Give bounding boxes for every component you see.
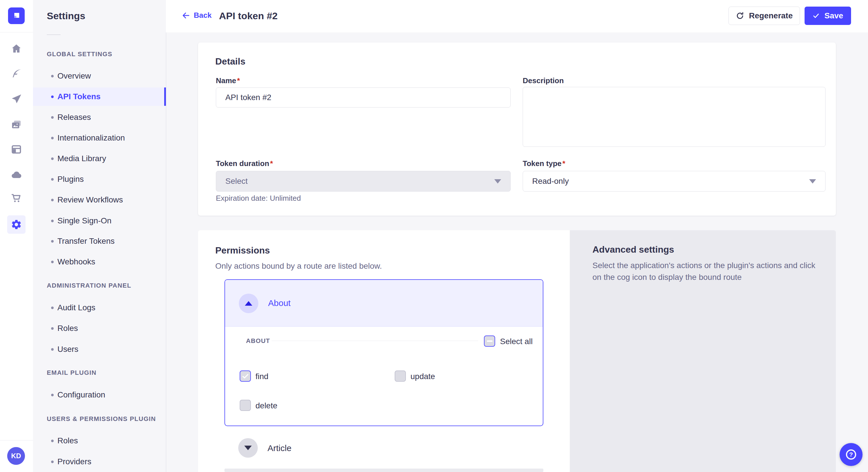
- user-avatar[interactable]: KD: [7, 447, 25, 465]
- required-asterisk: *: [562, 159, 565, 168]
- description-textarea[interactable]: [523, 87, 826, 147]
- sidebar-item-single-sign-on[interactable]: Single Sign-On: [33, 212, 166, 230]
- home-icon[interactable]: [10, 42, 23, 55]
- token-duration-select[interactable]: Select: [216, 171, 510, 192]
- back-arrow-icon: [182, 11, 190, 20]
- update-label: update: [410, 372, 435, 381]
- sidebar-item-admin-roles[interactable]: Roles: [33, 319, 166, 338]
- sidebar-item-releases[interactable]: Releases: [33, 108, 166, 127]
- article-expand-button[interactable]: [238, 438, 258, 458]
- token-type-select[interactable]: Read-only: [523, 171, 826, 192]
- subnav-title-divider: [47, 34, 61, 35]
- advanced-settings-heading: Advanced settings: [592, 244, 674, 255]
- find-checkbox[interactable]: [240, 370, 251, 382]
- page-title: API token #2: [219, 10, 278, 22]
- settings-subnav: Settings GLOBAL SETTINGS Overview API To…: [33, 0, 166, 472]
- strapi-admin-page: KD Settings GLOBAL SETTINGS Overview API…: [0, 0, 868, 472]
- token-type-label: Token type*: [523, 159, 565, 168]
- chevron-down-icon: [244, 446, 252, 450]
- svg-text:?: ?: [849, 451, 853, 458]
- cart-icon[interactable]: [10, 192, 23, 204]
- cloud-icon[interactable]: [10, 169, 23, 181]
- page-header: Back API token #2 Regenerate Save: [166, 0, 868, 32]
- bullet: [51, 220, 54, 222]
- sidebar-item-admin-users[interactable]: Users: [33, 340, 166, 359]
- about-accordion-title: About: [268, 298, 290, 308]
- sidebar-item-overview[interactable]: Overview: [33, 67, 166, 85]
- token-duration-label: Token duration*: [216, 159, 273, 168]
- chevron-down-icon: [494, 179, 501, 183]
- sidebar-item-audit-logs[interactable]: Audit Logs: [33, 299, 166, 317]
- strapi-logo-icon: [11, 11, 21, 21]
- permissions-heading: Permissions: [215, 245, 270, 256]
- token-type-value: Read-only: [532, 177, 569, 186]
- sidebar-item-transfer-tokens[interactable]: Transfer Tokens: [33, 232, 166, 250]
- sidebar-item-api-tokens[interactable]: API Tokens: [33, 88, 166, 106]
- update-checkbox[interactable]: [395, 370, 406, 382]
- icon-rail: KD: [0, 0, 33, 472]
- next-section-divider: [224, 469, 544, 472]
- regenerate-button[interactable]: Regenerate: [728, 7, 800, 25]
- required-asterisk: *: [237, 76, 240, 85]
- rail-divider-bottom: [0, 440, 33, 440]
- section-global-settings: GLOBAL SETTINGS: [47, 50, 112, 58]
- sidebar-item-email-configuration[interactable]: Configuration: [33, 386, 166, 404]
- delete-checkbox[interactable]: [240, 400, 251, 411]
- select-all-label: Select all: [500, 337, 533, 346]
- bullet: [51, 327, 54, 330]
- question-mark-icon: ?: [845, 448, 857, 461]
- description-label: Description: [523, 76, 564, 85]
- article-accordion-title: Article: [268, 443, 291, 453]
- bullet: [51, 199, 54, 201]
- bullet: [51, 240, 54, 243]
- save-label: Save: [825, 11, 843, 20]
- bullet: [51, 461, 54, 463]
- sidebar-item-up-providers[interactable]: Providers: [33, 452, 166, 471]
- bullet: [51, 261, 54, 263]
- main-content: Back API token #2 Regenerate Save Detail…: [166, 0, 868, 472]
- back-label: Back: [194, 11, 212, 20]
- feather-icon[interactable]: [10, 67, 23, 80]
- sidebar-item-internationalization[interactable]: Internationalization: [33, 129, 166, 147]
- sidebar-item-media-library[interactable]: Media Library: [33, 149, 166, 168]
- bullet: [51, 307, 54, 309]
- regenerate-label: Regenerate: [749, 11, 793, 20]
- sidebar-item-up-roles[interactable]: Roles: [33, 432, 166, 450]
- bullet: [51, 75, 54, 77]
- help-button[interactable]: ?: [840, 443, 863, 466]
- sidebar-item-review-workflows[interactable]: Review Workflows: [33, 191, 166, 209]
- sidebar-item-plugins[interactable]: Plugins: [33, 170, 166, 189]
- expiration-hint: Expiration date: Unlimited: [216, 194, 301, 203]
- details-card: Details Name* Description Token duration…: [198, 42, 836, 216]
- select-all-checkbox[interactable]: [484, 336, 495, 347]
- section-users-permissions-plugin: USERS & PERMISSIONS PLUGIN: [47, 415, 156, 423]
- check-mark-icon: [242, 372, 249, 380]
- indeterminate-mark: [487, 340, 493, 342]
- media-library-icon[interactable]: [10, 118, 23, 131]
- bullet: [51, 158, 54, 160]
- advanced-settings-body: Select the application's actions or the …: [592, 260, 819, 283]
- back-link[interactable]: Back: [182, 11, 212, 20]
- chevron-up-icon: [245, 301, 252, 306]
- rail-divider-top: [0, 32, 33, 32]
- layout-icon[interactable]: [10, 143, 23, 156]
- bullet: [51, 116, 54, 119]
- paper-plane-icon[interactable]: [10, 93, 23, 105]
- about-accordion: About ABOUT Select all find update de: [224, 279, 544, 426]
- section-email-plugin: EMAIL PLUGIN: [47, 369, 96, 376]
- about-accordion-header[interactable]: About: [225, 280, 543, 327]
- settings-gear-icon[interactable]: [7, 215, 26, 234]
- sidebar-item-webhooks[interactable]: Webhooks: [33, 252, 166, 271]
- subnav-title: Settings: [47, 10, 85, 22]
- delete-label: delete: [255, 401, 277, 410]
- check-icon: [812, 12, 820, 20]
- bullet: [51, 348, 54, 351]
- bullet: [51, 96, 54, 98]
- chevron-down-icon: [809, 179, 816, 183]
- details-heading: Details: [215, 56, 245, 67]
- collapse-toggle-button[interactable]: [239, 294, 258, 313]
- strapi-logo[interactable]: [8, 7, 25, 24]
- name-input[interactable]: [216, 88, 510, 107]
- advanced-settings-panel: Advanced settings Select the application…: [570, 230, 836, 472]
- save-button[interactable]: Save: [805, 7, 851, 25]
